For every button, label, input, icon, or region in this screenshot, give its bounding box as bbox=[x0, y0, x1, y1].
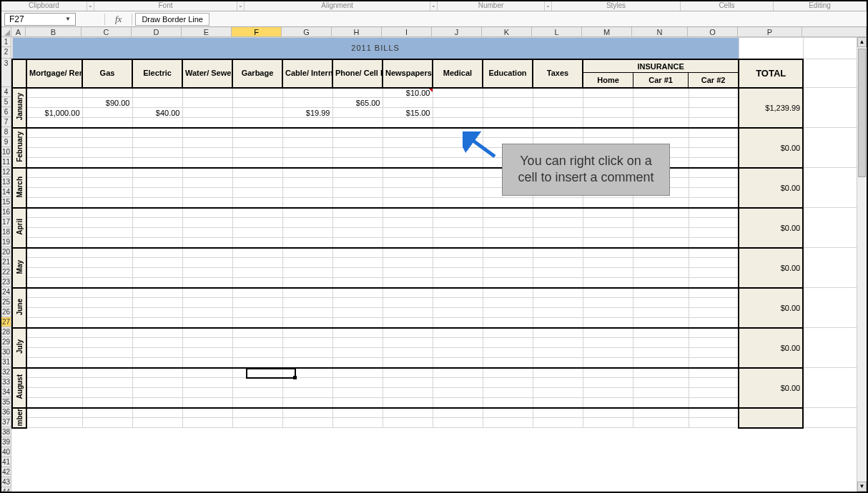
row-header[interactable]: 38 bbox=[1, 427, 11, 437]
total-jul[interactable]: $0.00 bbox=[739, 328, 803, 368]
scroll-down-button[interactable]: ▼ bbox=[857, 482, 867, 492]
row-header[interactable]: 37 bbox=[1, 417, 11, 427]
hdr-news[interactable]: Newspapers/ Magazines bbox=[383, 59, 433, 88]
cell[interactable] bbox=[583, 88, 633, 98]
row-header[interactable]: 6 bbox=[1, 107, 11, 117]
row-header[interactable]: 7 bbox=[1, 117, 11, 127]
row-header[interactable]: 39 bbox=[1, 437, 11, 447]
col-header-J[interactable]: J bbox=[432, 27, 482, 36]
cell-jan-phone[interactable]: $65.00 bbox=[332, 98, 383, 108]
col-header-F[interactable]: F bbox=[232, 27, 282, 36]
name-box-dropdown-icon[interactable]: ▼ bbox=[65, 16, 71, 22]
row-header[interactable]: 28 bbox=[1, 327, 11, 337]
cell[interactable] bbox=[433, 88, 483, 98]
ribbon-group-clipboard[interactable]: Clipboard bbox=[1, 1, 87, 11]
vertical-scrollbar[interactable]: ▲ ▼ bbox=[857, 37, 867, 492]
comment-indicator-icon[interactable] bbox=[429, 89, 433, 92]
cell-jan-mortgage[interactable]: $1,000.00 bbox=[26, 108, 82, 118]
col-header-G[interactable]: G bbox=[282, 27, 332, 36]
month-header-blank[interactable] bbox=[12, 59, 26, 88]
cell[interactable] bbox=[182, 88, 232, 98]
cell-jan-news3[interactable]: $15.00 bbox=[383, 108, 433, 118]
row-header[interactable]: 31 bbox=[1, 357, 11, 367]
hdr-phone[interactable]: Phone/ Cell Phone bbox=[332, 59, 383, 88]
cell[interactable] bbox=[282, 88, 332, 98]
row-header[interactable]: 1 bbox=[1, 37, 11, 47]
hdr-education[interactable]: Education bbox=[483, 59, 533, 88]
cell[interactable] bbox=[132, 88, 182, 98]
hdr-garbage[interactable]: Garbage bbox=[232, 59, 282, 88]
col-header-E[interactable]: E bbox=[182, 27, 232, 36]
fx-icon[interactable]: fx bbox=[105, 14, 132, 25]
cell-jan-gas[interactable]: $90.00 bbox=[82, 98, 132, 108]
col-header-K[interactable]: K bbox=[482, 27, 532, 36]
total-aug[interactable]: $0.00 bbox=[739, 368, 803, 408]
row-header[interactable]: 40 bbox=[1, 447, 11, 457]
total-jun[interactable]: $0.00 bbox=[739, 288, 803, 328]
row-header[interactable]: 43 bbox=[1, 477, 11, 487]
row-header[interactable]: 23 bbox=[1, 277, 11, 287]
cell-jan-news1[interactable]: $10.00 bbox=[383, 88, 433, 98]
row-header[interactable]: 34 bbox=[1, 387, 11, 397]
cell[interactable] bbox=[82, 88, 132, 98]
row-header[interactable]: 35 bbox=[1, 397, 11, 407]
row-header[interactable]: 44 bbox=[1, 487, 11, 492]
row-header[interactable]: 4 bbox=[1, 87, 11, 97]
ribbon-group-font[interactable]: Font bbox=[94, 1, 237, 11]
month-february[interactable]: February bbox=[12, 128, 26, 168]
sheet-title[interactable]: 2011 BILLS bbox=[12, 38, 739, 59]
cell[interactable] bbox=[332, 88, 383, 98]
row-header[interactable]: 9 bbox=[1, 137, 11, 147]
total-feb[interactable]: $0.00 bbox=[739, 128, 803, 168]
cell-jan-electric[interactable]: $40.00 bbox=[132, 108, 182, 118]
spreadsheet-grid[interactable]: A B C D E F G H I J K L M N O P 1 2 3 4 bbox=[1, 27, 867, 492]
month-march[interactable]: March bbox=[12, 168, 26, 208]
row-header[interactable]: 5 bbox=[1, 97, 11, 107]
row-header[interactable]: 24 bbox=[1, 287, 11, 297]
hdr-water[interactable]: Water/ Sewer bbox=[182, 59, 232, 88]
row-header[interactable]: 33 bbox=[1, 377, 11, 387]
hdr-medical[interactable]: Medical bbox=[433, 59, 483, 88]
row-header[interactable]: 18 bbox=[1, 227, 11, 237]
row-header[interactable]: 8 bbox=[1, 127, 11, 137]
ribbon-group-number[interactable]: Number bbox=[438, 1, 545, 11]
row-header[interactable]: 16 bbox=[1, 207, 11, 217]
col-header-C[interactable]: C bbox=[82, 27, 132, 36]
draw-border-line-button[interactable]: Draw Border Line bbox=[135, 13, 209, 26]
col-header-I[interactable]: I bbox=[382, 27, 432, 36]
hdr-insurance-group[interactable]: INSURANCE Home Car #1 Car #2 bbox=[583, 59, 739, 88]
total-partial[interactable] bbox=[739, 408, 803, 428]
formula-edit-input[interactable] bbox=[211, 13, 864, 26]
row-header[interactable]: 11 bbox=[1, 157, 11, 167]
row-header[interactable]: 27 bbox=[1, 317, 11, 327]
scroll-up-button[interactable]: ▲ bbox=[857, 37, 867, 47]
row-header[interactable]: 15 bbox=[1, 197, 11, 207]
ribbon-group-styles[interactable]: Styles bbox=[552, 1, 681, 11]
col-header-L[interactable]: L bbox=[532, 27, 582, 36]
ribbon-group-alignment[interactable]: Alignment bbox=[245, 1, 430, 11]
cell[interactable] bbox=[633, 88, 689, 98]
total-mar[interactable]: $0.00 bbox=[739, 168, 803, 208]
hdr-cable[interactable]: Cable/ Internet bbox=[282, 59, 332, 88]
month-june[interactable]: June bbox=[12, 288, 26, 328]
row-header[interactable]: 17 bbox=[1, 217, 11, 227]
month-partial[interactable]: mber bbox=[12, 408, 26, 428]
hdr-mortgage[interactable]: Mortgage/ Rent bbox=[26, 59, 82, 88]
col-header-B[interactable]: B bbox=[26, 27, 82, 36]
row-header[interactable]: 41 bbox=[1, 457, 11, 467]
ribbon-group-editing[interactable]: Editing bbox=[774, 1, 867, 11]
row-header[interactable]: 36 bbox=[1, 407, 11, 417]
row-header[interactable]: 26 bbox=[1, 307, 11, 317]
row-header[interactable]: 14 bbox=[1, 187, 11, 197]
ribbon-group-cells[interactable]: Cells bbox=[681, 1, 774, 11]
col-header-D[interactable]: D bbox=[132, 27, 182, 36]
col-header-O[interactable]: O bbox=[688, 27, 738, 36]
row-header[interactable]: 42 bbox=[1, 467, 11, 477]
row-header[interactable]: 22 bbox=[1, 267, 11, 277]
month-july[interactable]: July bbox=[12, 328, 26, 368]
row-header[interactable]: 19 bbox=[1, 237, 11, 247]
row-header[interactable]: 30 bbox=[1, 347, 11, 357]
select-all-corner[interactable] bbox=[1, 27, 11, 36]
row-header[interactable]: 20 bbox=[1, 247, 11, 257]
hdr-electric[interactable]: Electric bbox=[132, 59, 182, 88]
